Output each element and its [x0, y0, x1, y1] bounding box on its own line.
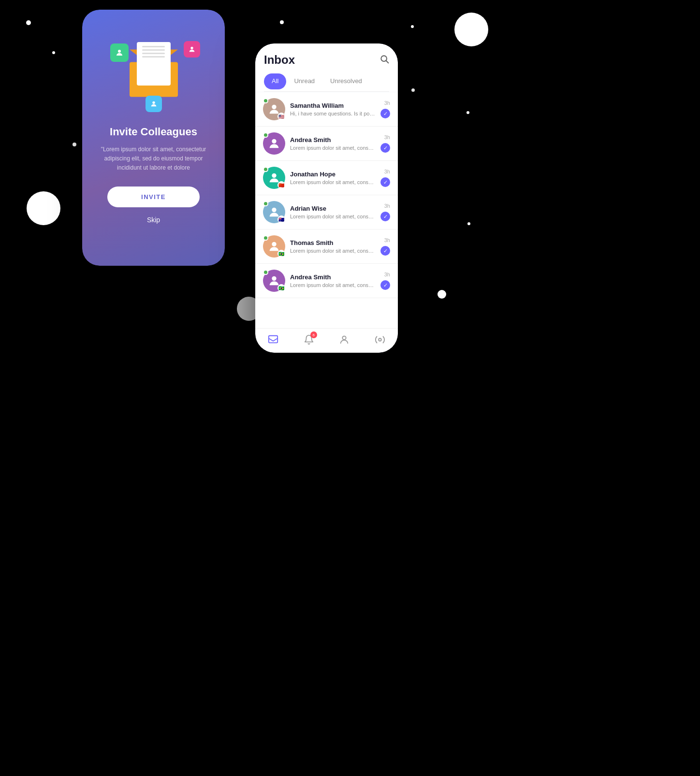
read-check-icon: ✓ [380, 212, 390, 221]
inbox-item[interactable]: Andrea Smith Lorem ipsum dolor sit amet,… [255, 127, 398, 161]
svg-point-6 [272, 139, 276, 144]
decorative-dot [467, 222, 470, 225]
message-meta: 3h ✓ [380, 203, 390, 221]
svg-point-5 [272, 105, 276, 109]
nav-settings-icon[interactable] [374, 333, 386, 346]
online-status-dot [263, 132, 268, 138]
nav-inbox-icon[interactable] [267, 333, 279, 346]
avatar-wrap: 🇦🇺 [263, 201, 285, 223]
bottom-navigation: 6 [255, 328, 398, 353]
inbox-list: 🇺🇸 Samantha William Hi, i have some ques… [255, 92, 398, 328]
svg-point-10 [272, 276, 276, 281]
message-meta: 3h ✓ [380, 134, 390, 153]
message-time: 3h [384, 134, 390, 140]
inbox-title-row: Inbox [264, 53, 389, 67]
message-time: 3h [384, 100, 390, 106]
svg-point-2 [152, 101, 155, 104]
invite-button[interactable]: INVITE [107, 187, 200, 207]
notification-badge: 6 [310, 331, 317, 338]
inbox-item[interactable]: 🇧🇷 Thomas Smith Lorem ipsum dolor sit am… [255, 230, 398, 264]
message-content: Andrea Smith Lorem ipsum dolor sit amet,… [290, 136, 376, 151]
decorative-dot [411, 88, 415, 92]
contact-name: Andrea Smith [290, 273, 376, 281]
invite-illustration [101, 29, 207, 116]
read-check-icon: ✓ [380, 143, 390, 153]
online-status-dot [263, 201, 268, 206]
message-time: 3h [384, 203, 390, 209]
online-status-dot [263, 270, 268, 275]
avatar-wrap: 🇺🇸 [263, 98, 285, 120]
message-meta: 3h ✓ [380, 237, 390, 256]
read-check-icon: ✓ [380, 280, 390, 290]
message-preview: Lorem ipsum dolor sit amet, consectetur … [290, 282, 376, 288]
message-time: 3h [384, 169, 390, 174]
paper-line [142, 49, 164, 51]
decorative-dot [411, 25, 414, 28]
avatar-wrap [263, 132, 285, 155]
phone2-device: Inbox All Unread Unresolved [255, 43, 398, 353]
tabs-row: All Unread Unresolved [264, 73, 389, 92]
tab-all[interactable]: All [264, 73, 286, 89]
decorative-dot [438, 290, 446, 299]
message-content: Thomas Smith Lorem ipsum dolor sit amet,… [290, 239, 376, 254]
inbox-item[interactable]: 🇺🇸 Samantha William Hi, i have some ques… [255, 92, 398, 127]
paper [137, 42, 171, 86]
person-icon-bottom [146, 96, 162, 112]
svg-point-13 [379, 338, 381, 341]
contact-name: Jonathan Hope [290, 171, 376, 178]
person-icon-right [184, 41, 200, 57]
svg-point-9 [272, 242, 276, 246]
decorative-dot [73, 143, 76, 146]
read-check-icon: ✓ [380, 109, 390, 118]
svg-point-7 [272, 173, 276, 178]
message-meta: 3h ✓ [380, 169, 390, 187]
contact-name: Thomas Smith [290, 239, 376, 246]
inbox-title: Inbox [264, 53, 295, 67]
phone1-device: Invite Colleagues "Lorem ipsum dolor sit… [82, 10, 225, 266]
flag-badge: 🇨🇳 [277, 181, 285, 189]
inbox-item[interactable]: 🇦🇺 Adrian Wise Lorem ipsum dolor sit ame… [255, 195, 398, 230]
person-icon-left [110, 43, 129, 62]
message-preview: Lorem ipsum dolor sit amet, consectetur … [290, 179, 376, 185]
flag-badge: 🇧🇷 [277, 250, 285, 258]
tab-unresolved[interactable]: Unresolved [322, 73, 370, 91]
decorative-dot-large [454, 13, 488, 46]
inbox-item[interactable]: 🇨🇳 Jonathan Hope Lorem ipsum dolor sit a… [255, 161, 398, 195]
message-content: Samantha William Hi, i have some questio… [290, 102, 376, 116]
avatar-wrap: 🇨🇳 [263, 167, 285, 189]
message-content: Adrian Wise Lorem ipsum dolor sit amet, … [290, 205, 376, 219]
read-check-icon: ✓ [380, 246, 390, 256]
svg-line-4 [386, 61, 389, 63]
invite-title: Invite Colleagues [110, 126, 197, 138]
message-time: 3h [384, 272, 390, 277]
decorative-dot [52, 51, 55, 54]
contact-name: Samantha William [290, 102, 376, 109]
message-time: 3h [384, 237, 390, 243]
message-content: Jonathan Hope Lorem ipsum dolor sit amet… [290, 171, 376, 185]
inbox-item[interactable]: 🇧🇷 Andrea Smith Lorem ipsum dolor sit am… [255, 264, 398, 298]
phone1-screen: Invite Colleagues "Lorem ipsum dolor sit… [82, 10, 225, 266]
tab-unread[interactable]: Unread [286, 73, 322, 91]
phone2-screen: Inbox All Unread Unresolved [255, 43, 398, 353]
online-status-dot [263, 167, 268, 172]
svg-point-12 [343, 336, 346, 340]
paper-line [142, 56, 164, 57]
avatar-wrap: 🇧🇷 [263, 270, 285, 292]
skip-link[interactable]: Skip [147, 216, 160, 224]
online-status-dot [263, 98, 268, 103]
decorative-dot [280, 20, 284, 24]
message-content: Andrea Smith Lorem ipsum dolor sit amet,… [290, 273, 376, 288]
nav-notifications-icon[interactable]: 6 [303, 333, 315, 346]
invite-description: "Lorem ipsum dolor sit amet, consectetur… [94, 145, 213, 173]
decorative-dot-large [27, 191, 60, 225]
paper-line [142, 46, 164, 47]
avatar-wrap: 🇧🇷 [263, 235, 285, 258]
svg-point-1 [190, 47, 193, 49]
flag-badge: 🇺🇸 [277, 113, 285, 120]
decorative-dot [26, 20, 31, 25]
read-check-icon: ✓ [380, 177, 390, 187]
search-icon[interactable] [379, 54, 389, 66]
contact-name: Adrian Wise [290, 205, 376, 212]
nav-profile-icon[interactable] [338, 333, 350, 346]
svg-point-0 [118, 50, 121, 53]
